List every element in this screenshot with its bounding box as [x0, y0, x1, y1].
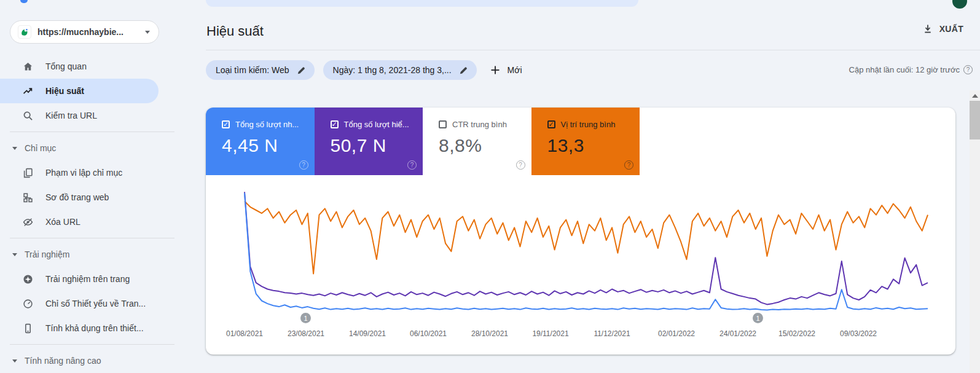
plus-icon	[490, 65, 500, 75]
sidebar-item-mobile-usability[interactable]: Tính khả dụng trên thiết...	[0, 316, 159, 340]
property-label: https://mucnhaybie...	[37, 27, 139, 37]
help-icon[interactable]	[407, 160, 417, 170]
site-favicon	[18, 25, 31, 39]
sidebar-item-label: Hiệu suất	[45, 86, 84, 96]
sidebar-item-performance[interactable]: Hiệu suất	[0, 79, 159, 103]
section-header-index[interactable]: Chỉ mục	[0, 136, 184, 160]
divider	[10, 132, 174, 132]
checkbox-icon[interactable]	[331, 120, 339, 128]
help-icon[interactable]	[624, 160, 633, 170]
x-axis-tick-label: 14/09/2021	[342, 329, 393, 338]
sidebar-item-core-web-vitals[interactable]: Chỉ số Thiết yếu về Tran...	[0, 291, 159, 316]
checkbox-icon[interactable]	[439, 120, 447, 128]
sidebar-item-label: Sơ đồ trang web	[45, 192, 109, 202]
metric-tiles: Tổng số lượt nh... 4,45 N Tổng số lượt h…	[206, 108, 955, 175]
checkbox-icon[interactable]	[222, 120, 230, 128]
line-chart[interactable]	[243, 180, 929, 315]
sidebar-item-label: Kiểm tra URL	[45, 111, 97, 120]
chevron-down-icon	[12, 253, 17, 256]
checkbox-icon[interactable]	[547, 120, 555, 128]
eye-off-icon	[22, 216, 33, 227]
sidebar-item-removals[interactable]: Xóa URL	[0, 210, 159, 234]
divider	[206, 50, 980, 50]
sidebar-item-sitemaps[interactable]: Sơ đồ trang web	[0, 185, 159, 210]
chevron-down-icon	[12, 147, 17, 150]
sidebar-item-label: Phạm vi lập chỉ mục	[45, 168, 122, 178]
filter-chip-date-range[interactable]: Ngày: 1 thg 8, 2021-28 thg 3,...	[323, 60, 477, 80]
section-header-experience[interactable]: Trải nghiệm	[0, 242, 184, 267]
sidebar-item-url-inspection[interactable]: Kiểm tra URL	[0, 103, 159, 128]
x-axis-tick-label: 24/01/2022	[712, 329, 764, 338]
filter-chip-search-type[interactable]: Loại tìm kiếm: Web	[206, 60, 315, 80]
x-axis-tick-label: 11/12/2021	[586, 329, 638, 338]
x-axis-tick-label: 23/08/2021	[280, 329, 332, 338]
export-button[interactable]: XUẤT	[922, 23, 963, 34]
metric-value: 13,3	[547, 135, 640, 156]
x-axis-tick-label: 09/03/2022	[833, 329, 884, 338]
filter-bar: Loại tìm kiếm: Web Ngày: 1 thg 8, 2021-2…	[206, 60, 527, 80]
performance-chart[interactable]: 11 01/08/202123/08/202114/09/202106/10/2…	[243, 180, 929, 352]
help-icon[interactable]	[516, 160, 525, 170]
edit-pencil-icon[interactable]	[297, 66, 306, 75]
x-axis-tick-label: 06/10/2021	[402, 329, 454, 338]
x-axis-tick-label: 02/01/2022	[651, 329, 702, 338]
gauge-icon	[22, 298, 33, 309]
download-icon	[922, 23, 933, 34]
sidebar-nav: Tổng quan Hiệu suất Kiểm tra URL Chỉ mục…	[0, 54, 184, 373]
metric-value: 8,8%	[439, 135, 531, 156]
home-icon	[22, 61, 33, 72]
series-position	[245, 202, 928, 274]
metric-tile-position[interactable]: Vị trí trung bình 13,3	[531, 108, 640, 175]
sidebar-item-label: Chỉ số Thiết yếu về Tran...	[45, 299, 146, 308]
metric-value: 50,7 N	[331, 135, 423, 156]
sidebar-item-index-coverage[interactable]: Phạm vi lập chỉ mục	[0, 160, 159, 185]
property-selector[interactable]: https://mucnhaybie...	[10, 20, 159, 44]
x-axis-tick-label: 01/08/2021	[219, 329, 270, 338]
scrollbar-up-arrow[interactable]	[972, 94, 978, 98]
metric-tile-impressions[interactable]: Tổng số lượt hiể... 50,7 N	[315, 108, 423, 175]
sidebar: https://mucnhaybie... Tổng quan Hiệu suấ…	[0, 0, 184, 373]
page-title: Hiệu suất	[206, 23, 264, 39]
sidebar-item-overview[interactable]: Tổng quan	[0, 54, 159, 79]
performance-card: Tổng số lượt nh... 4,45 N Tổng số lượt h…	[206, 108, 955, 355]
series-impressions	[245, 192, 928, 304]
metric-tile-ctr[interactable]: CTR trung bình 8,8%	[423, 108, 531, 175]
sidebar-item-label: Tổng quan	[45, 61, 87, 71]
smartphone-icon	[22, 323, 33, 334]
section-header-legacy[interactable]: Tính năng nâng cao	[0, 348, 184, 373]
scrollbar-thumb[interactable]	[970, 101, 980, 139]
main-content: Hiệu suất XUẤT Loại tìm kiếm: Web Ngày: …	[206, 0, 980, 373]
help-icon[interactable]	[299, 160, 308, 170]
coverage-icon	[22, 167, 33, 178]
sitemap-icon	[22, 192, 33, 203]
metric-value: 4,45 N	[222, 135, 315, 156]
new-filter-button[interactable]: Mới	[485, 65, 527, 75]
sidebar-item-label: Tính khả dụng trên thiết...	[45, 323, 144, 333]
search-icon	[22, 110, 33, 121]
help-icon[interactable]	[963, 65, 973, 74]
chevron-down-icon	[145, 31, 150, 34]
last-updated: Cập nhật lần cuối: 12 giờ trước	[849, 65, 973, 74]
performance-icon	[22, 85, 33, 96]
chevron-down-icon	[12, 359, 17, 363]
x-axis-tick-label: 28/10/2021	[464, 329, 515, 338]
divider	[10, 344, 174, 345]
sidebar-item-page-experience[interactable]: Trải nghiệm trên trang	[0, 267, 159, 291]
x-axis-tick-label: 19/11/2021	[525, 329, 576, 338]
divider	[10, 238, 174, 238]
page-experience-icon	[22, 273, 33, 285]
edit-pencil-icon[interactable]	[459, 66, 468, 75]
metric-tile-clicks[interactable]: Tổng số lượt nh... 4,45 N	[206, 108, 315, 175]
x-axis-tick-label: 15/02/2022	[771, 329, 823, 338]
chart-annotation-badge[interactable]: 1	[300, 313, 311, 323]
sidebar-item-label: Trải nghiệm trên trang	[45, 274, 130, 284]
sidebar-item-label: Xóa URL	[45, 217, 80, 227]
chart-annotation-badge[interactable]: 1	[753, 313, 763, 323]
